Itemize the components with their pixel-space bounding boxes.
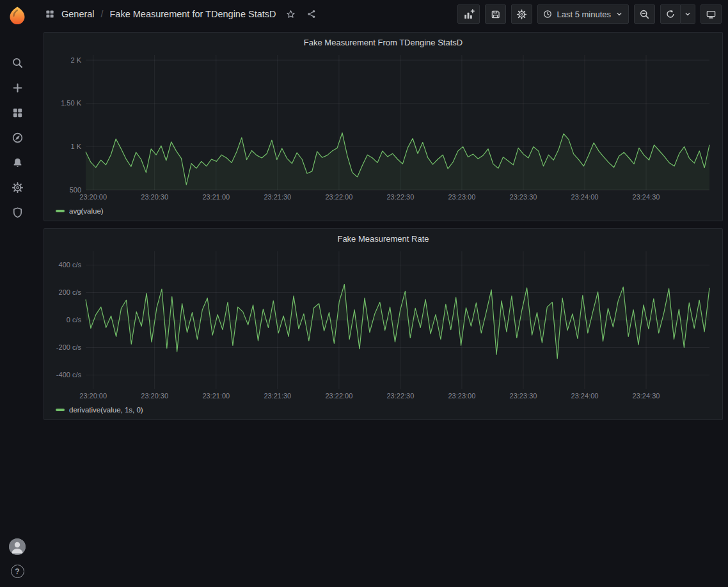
svg-text:23:24:30: 23:24:30 <box>633 392 660 400</box>
bell-icon <box>12 157 24 169</box>
svg-text:23:24:30: 23:24:30 <box>633 193 660 201</box>
chevron-down-icon <box>683 10 692 19</box>
gear-icon <box>12 182 24 194</box>
shield-icon <box>12 207 24 219</box>
time-range-label: Last 5 minutes <box>557 10 611 19</box>
svg-text:23:20:30: 23:20:30 <box>141 392 168 400</box>
time-series-chart[interactable]: 23:20:0023:20:3023:21:0023:21:3023:22:00… <box>51 247 716 402</box>
sidebar-item-server-admin[interactable] <box>0 200 35 225</box>
chart-legend: avg(value) <box>51 203 716 219</box>
svg-text:23:23:00: 23:23:00 <box>448 392 475 400</box>
dashboard-title: Fake Measurement for TDengine StatsD <box>109 9 276 19</box>
svg-text:23:22:30: 23:22:30 <box>386 193 414 201</box>
grafana-app: ? General / Fake Measurement for TDengin… <box>0 0 728 587</box>
sidebar-item-dashboards[interactable] <box>0 100 35 125</box>
legend-label[interactable]: avg(value) <box>69 207 104 215</box>
clock-icon <box>542 9 553 19</box>
sidebar-item-alerting[interactable] <box>0 150 35 175</box>
grafana-logo[interactable] <box>4 4 30 26</box>
legend-label[interactable]: derivative(value, 1s, 0) <box>69 406 143 414</box>
svg-text:23:24:00: 23:24:00 <box>571 392 599 400</box>
panel-fake-measurement-rate: Fake Measurement Rate 23:20:0023:20:3023… <box>44 228 723 420</box>
dashboard-settings-button[interactable] <box>511 4 532 24</box>
chart-legend: derivative(value, 1s, 0) <box>51 402 716 418</box>
svg-text:400 c/s: 400 c/s <box>59 261 82 269</box>
refresh-button[interactable] <box>660 4 681 24</box>
svg-text:1 K: 1 K <box>70 143 81 150</box>
gear-icon <box>516 9 527 20</box>
chevron-down-icon <box>615 10 624 19</box>
svg-text:23:21:30: 23:21:30 <box>264 193 291 201</box>
svg-text:23:23:30: 23:23:30 <box>510 392 537 400</box>
svg-text:23:20:30: 23:20:30 <box>141 193 168 201</box>
share-icon <box>306 9 317 19</box>
svg-text:23:21:00: 23:21:00 <box>202 392 230 400</box>
svg-text:23:21:30: 23:21:30 <box>264 392 291 400</box>
sidebar-item-create[interactable] <box>0 75 35 100</box>
legend-swatch <box>56 409 65 411</box>
refresh-icon <box>665 9 676 19</box>
search-icon <box>12 57 24 69</box>
star-dashboard-button[interactable] <box>284 8 297 21</box>
sidebar: ? <box>0 0 35 587</box>
grafana-flame-icon <box>8 6 27 25</box>
apps-grid-icon <box>12 107 24 119</box>
breadcrumb-section[interactable]: General <box>61 9 95 19</box>
svg-text:23:23:30: 23:23:30 <box>510 193 537 201</box>
svg-text:0 c/s: 0 c/s <box>67 316 82 324</box>
add-panel-icon <box>463 8 475 20</box>
save-icon <box>490 9 501 20</box>
star-icon <box>285 9 296 20</box>
help-icon[interactable]: ? <box>11 565 24 578</box>
panel-title[interactable]: Fake Measurement Rate <box>51 232 716 247</box>
svg-text:23:22:30: 23:22:30 <box>386 392 414 400</box>
share-dashboard-button[interactable] <box>305 8 318 20</box>
svg-text:23:22:00: 23:22:00 <box>325 392 352 400</box>
main-area: General / Fake Measurement for TDengine … <box>35 0 728 587</box>
user-avatar[interactable] <box>9 538 26 555</box>
plus-icon <box>12 82 24 94</box>
add-panel-button[interactable] <box>457 4 480 24</box>
svg-text:23:21:00: 23:21:00 <box>202 193 230 201</box>
svg-text:23:20:00: 23:20:00 <box>79 392 107 400</box>
refresh-button-group <box>660 4 695 24</box>
dashboard-grid: Fake Measurement From TDengine StatsD 23… <box>35 28 728 587</box>
sidebar-item-configuration[interactable] <box>0 175 35 200</box>
legend-swatch <box>56 210 65 212</box>
svg-text:500: 500 <box>70 186 81 194</box>
sidebar-bottom: ? <box>9 538 26 578</box>
svg-text:2 K: 2 K <box>70 56 81 64</box>
panel-fake-measurement: Fake Measurement From TDengine StatsD 23… <box>44 32 723 221</box>
toolbar-actions: Last 5 minutes <box>457 4 722 24</box>
sidebar-nav <box>0 51 35 225</box>
apps-grid-icon <box>45 9 55 19</box>
monitor-icon <box>706 9 716 20</box>
svg-text:-400 c/s: -400 c/s <box>56 371 82 379</box>
sidebar-item-explore[interactable] <box>0 125 35 150</box>
time-range-picker[interactable]: Last 5 minutes <box>537 4 629 24</box>
svg-text:200 c/s: 200 c/s <box>59 288 82 296</box>
svg-text:23:24:00: 23:24:00 <box>571 193 599 201</box>
sidebar-item-search[interactable] <box>0 51 35 75</box>
refresh-interval-dropdown[interactable] <box>681 4 695 24</box>
compass-icon <box>12 132 24 144</box>
zoom-out-icon <box>639 9 650 20</box>
top-navbar: General / Fake Measurement for TDengine … <box>35 0 728 28</box>
svg-text:23:20:00: 23:20:00 <box>79 193 107 201</box>
svg-text:1.50 K: 1.50 K <box>61 99 81 107</box>
chart-container: 23:20:0023:20:3023:21:0023:21:3023:22:00… <box>51 247 716 402</box>
time-series-chart[interactable]: 23:20:0023:20:3023:21:0023:21:3023:22:00… <box>51 51 716 203</box>
breadcrumb-separator: / <box>101 9 104 19</box>
save-dashboard-button[interactable] <box>485 4 506 24</box>
svg-text:23:22:00: 23:22:00 <box>325 193 352 201</box>
chart-container: 23:20:0023:20:3023:21:0023:21:3023:22:00… <box>51 51 716 203</box>
panel-title[interactable]: Fake Measurement From TDengine StatsD <box>51 36 716 51</box>
svg-text:-200 c/s: -200 c/s <box>56 343 82 351</box>
user-icon <box>9 538 26 555</box>
svg-text:23:23:00: 23:23:00 <box>448 193 475 201</box>
breadcrumb: General / Fake Measurement for TDengine … <box>45 9 276 19</box>
zoom-out-time-button[interactable] <box>634 4 655 24</box>
help-glyph: ? <box>15 567 19 576</box>
kiosk-mode-button[interactable] <box>700 4 722 24</box>
